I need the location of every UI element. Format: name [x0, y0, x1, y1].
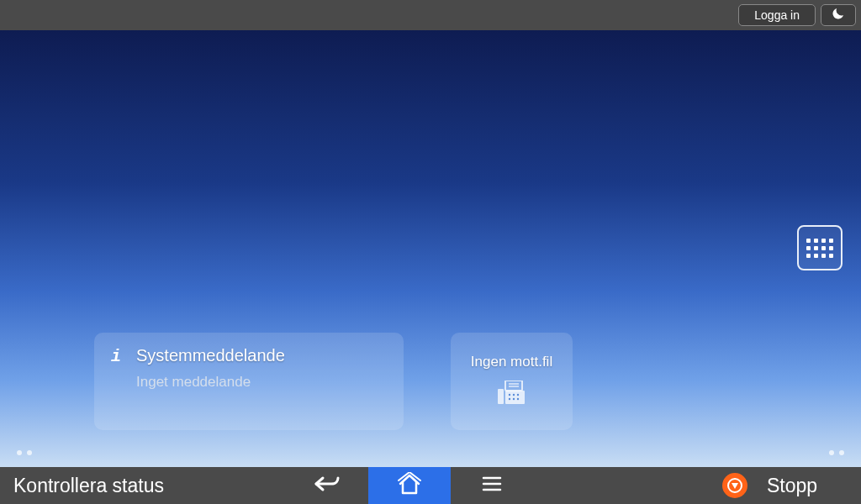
check-status-button[interactable]: Kontrollera status: [0, 467, 286, 504]
home-icon: [397, 472, 422, 499]
bottom-bar: Kontrollera status: [0, 467, 861, 504]
menu-icon: [482, 476, 502, 495]
received-files-label: Ingen mott.fil: [471, 354, 552, 370]
info-icon: i: [111, 347, 121, 366]
dot-icon: [829, 450, 834, 455]
home-button[interactable]: [368, 467, 451, 504]
stop-icon: [722, 473, 747, 498]
check-status-label: Kontrollera status: [13, 475, 164, 497]
system-message-subtitle: Inget meddelande: [136, 374, 388, 391]
top-bar: Logga in: [0, 0, 861, 30]
home-screen: i Systemmeddelande Inget meddelande Inge…: [0, 30, 861, 467]
back-icon: [313, 475, 341, 496]
system-message-title: Systemmeddelande: [136, 346, 388, 365]
apps-grid-button[interactable]: [797, 225, 843, 270]
svg-point-10: [516, 398, 518, 400]
night-mode-button[interactable]: [821, 4, 856, 26]
dot-icon: [27, 450, 32, 455]
svg-point-8: [508, 398, 510, 400]
moon-icon: [831, 6, 846, 24]
svg-point-5: [508, 394, 510, 396]
back-button[interactable]: [286, 467, 368, 504]
system-message-widget[interactable]: i Systemmeddelande Inget meddelande: [94, 333, 404, 430]
svg-point-7: [516, 394, 518, 396]
login-button[interactable]: Logga in: [738, 4, 816, 26]
stop-button[interactable]: Stopp: [760, 467, 861, 504]
screen: Logga in i Systemmeddelande Inget meddel…: [0, 0, 861, 504]
svg-point-9: [512, 398, 514, 400]
dot-icon: [839, 450, 844, 455]
spacer: [533, 467, 710, 504]
menu-button[interactable]: [451, 467, 533, 504]
svg-marker-15: [732, 483, 738, 489]
grid-icon: [806, 239, 833, 258]
svg-rect-1: [505, 381, 522, 391]
dot-icon: [17, 450, 22, 455]
received-files-widget[interactable]: Ingen mott.fil: [451, 333, 573, 430]
svg-point-6: [512, 394, 514, 396]
page-indicator-left[interactable]: [17, 450, 32, 455]
login-label: Logga in: [754, 8, 800, 22]
stop-label: Stopp: [767, 475, 817, 497]
fax-icon: [498, 381, 526, 409]
stop-button-icon-area[interactable]: [710, 467, 760, 504]
page-indicator-right[interactable]: [829, 450, 844, 455]
svg-rect-0: [498, 389, 504, 404]
svg-rect-4: [505, 391, 525, 404]
